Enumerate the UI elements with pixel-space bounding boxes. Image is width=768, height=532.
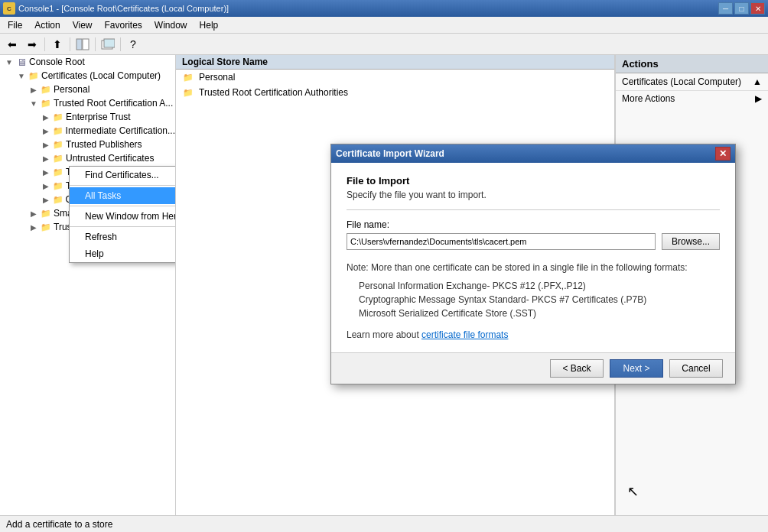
folder-icon-trusted: 📁: [40, 98, 52, 109]
file-name-label: File name:: [347, 219, 720, 230]
tree-item-console-root[interactable]: ▼ 🖥 Console Root: [0, 55, 175, 69]
actions-header: Actions: [616, 55, 768, 73]
context-menu: Find Certificates... All Tasks ▶ New Win…: [69, 166, 176, 263]
store-personal[interactable]: 📁 Personal: [176, 70, 614, 85]
computer-icon: 🖥: [15, 57, 28, 67]
expand-icon-root: ▼: [3, 58, 15, 66]
folder-icon-publishers: 📁: [52, 139, 64, 150]
folder-icon-smart-card: 📁: [40, 208, 52, 219]
folder-icon-trusted-people: 📁: [52, 180, 64, 191]
menu-help[interactable]: Help: [194, 17, 225, 34]
store-label-trusted-root: Trusted Root Certification Authorities: [199, 87, 348, 98]
tree-item-enterprise[interactable]: ▶ 📁 Enterprise Trust: [0, 110, 175, 124]
tree-item-personal[interactable]: ▶ 📁 Personal: [0, 83, 175, 96]
toolbar-separator-1: [44, 37, 45, 51]
learn-more-text: Learn more about: [347, 329, 421, 340]
expand-icon-personal: ▶: [28, 86, 40, 94]
window-title: Console1 - [Console Root\Certificates (L…: [18, 4, 715, 13]
menu-file[interactable]: File: [2, 17, 28, 34]
actions-section-title: Certificates (Local Computer) ▲: [616, 73, 768, 91]
tree-item-publishers[interactable]: ▶ 📁 Trusted Publishers: [0, 138, 175, 151]
restore-button[interactable]: □: [734, 2, 749, 15]
up-button[interactable]: ⬆: [48, 36, 67, 53]
ctx-sep-2: [70, 206, 176, 206]
format-pfx: Personal Information Exchange- PKCS #12 …: [347, 279, 720, 293]
expand-icon-intermediate: ▶: [40, 127, 52, 135]
folder-icon-trusted-devices: 📁: [40, 222, 52, 232]
window-controls: ─ □ ✕: [718, 2, 765, 15]
tree-item-intermediate[interactable]: ▶ 📁 Intermediate Certification...: [0, 124, 175, 138]
tree-item-untrusted[interactable]: ▶ 📁 Untrusted Certificates: [0, 151, 175, 165]
status-text: Add a certificate to a store: [6, 519, 112, 530]
svg-text:C: C: [7, 5, 11, 12]
toolbar-separator-2: [70, 37, 70, 51]
more-actions-label: More Actions: [622, 93, 675, 104]
dialog-section-title: File to Import: [347, 175, 720, 187]
expand-icon-enterprise: ▶: [40, 113, 52, 122]
ctx-find-certificates[interactable]: Find Certificates...: [70, 167, 176, 183]
expand-icon-smart-card: ▶: [28, 209, 40, 218]
folder-icon-untrusted: 📁: [52, 153, 64, 164]
ctx-help[interactable]: Help: [70, 245, 176, 262]
file-input-row: Browse...: [347, 233, 720, 250]
tree-label-publishers: Trusted Publishers: [66, 139, 142, 150]
svg-rect-5: [104, 39, 115, 47]
minimize-button[interactable]: ─: [718, 2, 733, 15]
toolbar: ⬅ ➡ ⬆ ?: [0, 34, 768, 55]
menu-bar: File Action View Favorites Window Help: [0, 17, 768, 34]
question-button[interactable]: ?: [124, 36, 142, 53]
menu-window[interactable]: Window: [148, 17, 194, 34]
tree-item-certificates[interactable]: ▼ 📁 Certificates (Local Computer): [0, 69, 175, 83]
folder-icon-personal: 📁: [40, 84, 52, 95]
svg-rect-3: [83, 39, 89, 50]
actions-section-label: Certificates (Local Computer): [622, 76, 741, 87]
dialog-title-text: Certificate Import Wizard: [336, 148, 711, 159]
store-trusted-root[interactable]: 📁 Trusted Root Certification Authorities: [176, 85, 614, 100]
dialog-close-button[interactable]: ✕: [715, 147, 731, 161]
forward-button[interactable]: ➡: [23, 36, 41, 53]
more-actions-link[interactable]: More Actions ▶: [616, 91, 768, 106]
dialog-title-bar: Certificate Import Wizard ✕: [331, 144, 735, 163]
browse-button[interactable]: Browse...: [662, 233, 720, 250]
tree-label-personal: Personal: [54, 84, 89, 95]
tree-label-intermediate: Intermediate Certification...: [66, 125, 175, 136]
dialog-footer: < Back Next > Cancel: [331, 352, 735, 384]
tree-label-trusted-root: Trusted Root Certification A...: [54, 98, 173, 109]
format-p7b: Cryptographic Message Syntax Standard- P…: [347, 293, 720, 307]
cancel-button[interactable]: Cancel: [669, 359, 723, 378]
tree-label-console-root: Console Root: [29, 57, 85, 67]
folder-icon-center-personal: 📁: [182, 72, 194, 83]
back-button[interactable]: < Back: [550, 359, 604, 378]
menu-favorites[interactable]: Favorites: [99, 17, 148, 34]
expand-icon-trusted-people: ▶: [40, 182, 52, 190]
expand-icon-trusted: ▼: [28, 99, 40, 108]
store-label-personal: Personal: [199, 72, 235, 83]
next-button[interactable]: Next >: [610, 359, 663, 378]
ctx-refresh[interactable]: Refresh: [70, 229, 176, 245]
format-sst: Microsoft Serialized Certificate Store (…: [347, 307, 720, 320]
expand-icon-trusted-devices: ▶: [28, 223, 40, 232]
ctx-sep-3: [70, 226, 176, 227]
certificate-formats-link[interactable]: certificate file formats: [421, 329, 508, 340]
file-name-input[interactable]: [347, 233, 656, 250]
ctx-all-tasks[interactable]: All Tasks ▶: [70, 187, 176, 204]
tree-item-trusted-root[interactable]: ▼ 📁 Trusted Root Certification A...: [0, 96, 175, 110]
folder-icon-enrollment: 📁: [52, 194, 64, 205]
close-button[interactable]: ✕: [750, 2, 765, 15]
new-window-button[interactable]: [99, 36, 117, 53]
folder-icon-third-party: 📁: [52, 167, 64, 177]
toolbar-separator-4: [120, 37, 121, 51]
ctx-all-tasks-label: All Tasks: [85, 190, 121, 201]
ctx-new-window[interactable]: New Window from Here: [70, 208, 176, 225]
toolbar-separator-3: [95, 37, 96, 51]
title-bar: C Console1 - [Console Root\Certificates …: [0, 0, 768, 17]
folder-icon-intermediate: 📁: [52, 125, 64, 136]
menu-action[interactable]: Action: [28, 17, 66, 34]
expand-icon-enrollment: ▶: [40, 196, 52, 204]
back-button[interactable]: ⬅: [3, 36, 21, 53]
dialog-divider-1: [347, 209, 720, 210]
menu-view[interactable]: View: [67, 17, 99, 34]
status-bar: Add a certificate to a store: [0, 515, 768, 532]
tree-label-untrusted: Untrusted Certificates: [66, 153, 154, 164]
show-hide-button[interactable]: [73, 36, 92, 53]
